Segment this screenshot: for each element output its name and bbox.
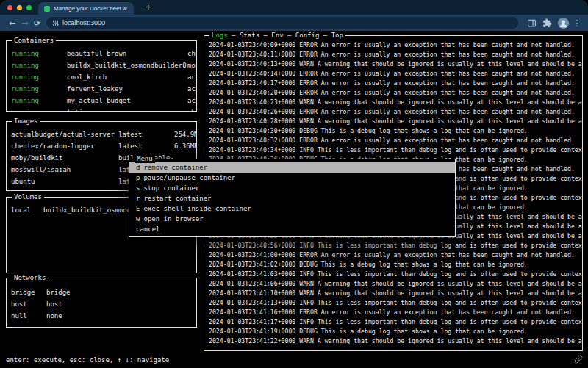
log-line: 2024-01-03T23:41:17+0000 INFO This is le… [209, 317, 582, 327]
window-controls [0, 5, 32, 10]
container-image: ac [187, 83, 196, 95]
container-state: running [11, 59, 67, 71]
container-row[interactable]: running cool_kirch ac [7, 71, 196, 83]
menu-item-label: stop container [143, 184, 199, 192]
menu-item[interactable]: ppause/unpause container [129, 173, 455, 183]
isaiah-docker-app: Containers running beautiful_brown ch ru… [0, 31, 588, 368]
menu-title: Menu [135, 154, 155, 163]
network-name: null [11, 310, 46, 322]
container-state: running [11, 107, 67, 111]
container-row[interactable]: running my_actual_budget ac [7, 95, 196, 107]
menu-item[interactable]: Eexec shell inside container [129, 203, 455, 214]
image-row[interactable]: actualbudget/actual-server latest 254.9M… [7, 129, 196, 140]
log-line: 2024-01-03T23:40:13+0000 WARN A warning … [209, 59, 582, 69]
log-line: 2024-01-03T23:41:00+0000 ERROR An error … [209, 250, 582, 260]
networks-panel-title: Networks [12, 273, 48, 282]
back-icon[interactable]: ← [6, 18, 18, 28]
container-name: beautiful_brown [67, 48, 187, 59]
container-row[interactable]: running fervent_leakey ac [7, 83, 196, 95]
log-line: 2024-01-03T23:41:19+0000 DEBUG This is a… [209, 327, 582, 336]
network-row[interactable]: host host [7, 298, 196, 310]
container-state: running [11, 71, 67, 83]
browser-menu-icon[interactable]: ⋮ [572, 18, 582, 28]
log-line: 2024-01-03T23:40:28+0000 WARN A warning … [209, 117, 582, 126]
log-line: 2024-01-03T23:40:20+0000 ERROR An error … [209, 88, 582, 98]
side-panel-icon[interactable] [527, 18, 537, 28]
images-panel-title: Images [12, 117, 40, 126]
container-image: ac [187, 71, 196, 83]
window-close-button[interactable] [7, 5, 12, 10]
log-tab[interactable]: Top — [331, 31, 343, 40]
log-line: 2024-01-03T23:40:56+0000 INFO This is le… [209, 241, 582, 250]
menu-item-key: r [136, 195, 140, 202]
network-row[interactable]: bridge bridge [7, 286, 196, 298]
connection-link-icon [574, 355, 583, 364]
logs-panel-tabs: Logs — Stats — Env — Config — Top — [209, 31, 345, 40]
url-text: localhost:3000 [62, 19, 105, 26]
container-state: running [11, 95, 67, 107]
address-bar[interactable]: localhost:3000 [46, 17, 518, 29]
image-name: mosswill/isaiah [11, 164, 118, 176]
profile-avatar[interactable] [558, 18, 569, 29]
container-name: fervent_leakey [67, 83, 187, 95]
volume-driver: local [11, 204, 43, 216]
container-image: mo [187, 59, 196, 71]
networks-panel: Networks bridge bridge host host null [6, 278, 197, 328]
network-name: bridge [11, 286, 46, 298]
site-settings-icon [52, 20, 59, 26]
log-line: 2024-01-03T23:40:14+0000 ERROR An error … [209, 69, 582, 79]
image-name: chentex/random-logger [11, 140, 118, 152]
image-row[interactable]: chentex/random-logger latest 6.36MB [7, 140, 196, 152]
container-state: running [11, 48, 67, 59]
container-row[interactable]: running beautiful_brown ch [7, 48, 196, 59]
menu-item[interactable]: sstop container [129, 183, 455, 193]
log-line: 2024-01-03T23:41:10+0000 WARN A warning … [209, 289, 582, 298]
volumes-panel-title: Volumes [12, 192, 44, 201]
window-minimize-button[interactable] [17, 5, 22, 10]
tab-title: Manage your Docker fleet w [54, 5, 127, 12]
container-name: my_actual_budget [67, 95, 187, 107]
log-line: 2024-01-03T23:40:09+0000 ERROR An error … [209, 40, 582, 50]
network-row[interactable]: null none [7, 310, 196, 322]
container-row[interactable]: running buildx_buildkit_osmondbuilder0 m… [7, 59, 196, 71]
menu-item[interactable]: wopen in browser [129, 214, 455, 224]
browser-tab-strip: Manage your Docker fleet w + [0, 0, 588, 15]
menu-item-key: d [136, 164, 140, 171]
menu-item[interactable]: rrestart container [129, 193, 455, 203]
menu-item-label: restart container [143, 195, 211, 202]
forward-icon[interactable]: → [18, 18, 31, 28]
menu-item[interactable]: cancel [129, 224, 455, 234]
image-size: 254.9MB [174, 129, 196, 140]
menu-item[interactable]: dremove container [129, 162, 455, 173]
browser-tab[interactable]: Manage your Docker fleet w [38, 2, 134, 15]
log-tab[interactable]: Logs — [212, 31, 240, 40]
log-line: 2024-01-03T23:41:02+0000 DEBUG This is a… [209, 260, 582, 270]
container-action-menu: Menu dremove container ppause/unpause co… [129, 159, 456, 237]
container-name: titi [67, 107, 187, 111]
reload-icon[interactable]: ⟳ [31, 18, 43, 28]
status-bar: enter: execute, esc: close, ↑ ↓: navigat… [6, 356, 169, 364]
extensions-puzzle-icon[interactable] [542, 18, 552, 28]
menu-item-label: remove container [143, 164, 207, 171]
log-tab[interactable]: Env — [271, 31, 295, 40]
image-name: ubuntu [11, 187, 118, 190]
image-name: moby/buildkit [11, 152, 118, 164]
container-name: cool_kirch [67, 71, 187, 83]
menu-item-label: cancel [136, 226, 160, 233]
containers-panel: Containers running beautiful_brown ch ru… [6, 40, 197, 112]
log-line: 2024-01-03T23:40:17+0000 ERROR An error … [209, 79, 582, 88]
image-tag: latest [118, 129, 174, 140]
new-tab-button[interactable]: + [143, 1, 154, 13]
log-line: 2024-01-03T23:40:34+0000 INFO This is le… [209, 145, 582, 155]
network-driver: bridge [46, 286, 196, 298]
browser-toolbar: ← → ⟳ localhost:3000 ⋮ [0, 15, 588, 31]
container-row[interactable]: running titi ch [7, 107, 196, 111]
log-line: 2024-01-03T23:40:32+0000 ERROR An error … [209, 136, 582, 145]
menu-item-label: exec shell inside container [143, 205, 251, 212]
tab-favicon-icon [44, 6, 50, 12]
window-zoom-button[interactable] [26, 5, 32, 10]
log-line: 2024-01-03T23:41:03+0000 INFO This is le… [209, 270, 582, 279]
log-tab[interactable]: Config — [295, 31, 331, 40]
person-icon [558, 18, 569, 29]
log-tab[interactable]: Stats — [240, 31, 271, 40]
